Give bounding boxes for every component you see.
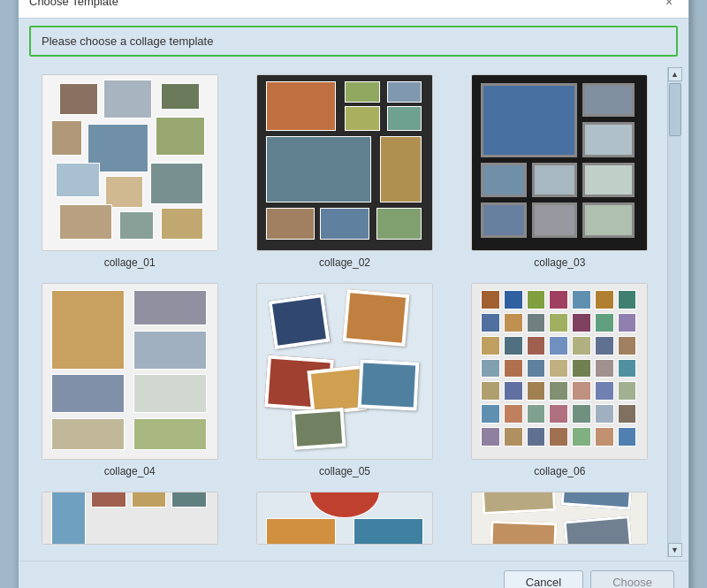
template-item[interactable]	[29, 492, 230, 550]
scrollbar-thumb[interactable]	[669, 83, 681, 136]
choose-button[interactable]: Choose	[590, 570, 674, 589]
template-grid: collage_01	[26, 67, 664, 557]
template-preview-04[interactable]	[42, 283, 218, 460]
scrollbar-up-button[interactable]: ▲	[668, 67, 682, 81]
template-preview-02[interactable]	[256, 74, 433, 251]
cancel-button[interactable]: Cancel	[504, 570, 583, 589]
template-scroll-area[interactable]: collage_01	[26, 67, 667, 557]
dialog-title: Choose Template	[29, 0, 118, 8]
template-label-03: collage_03	[534, 256, 585, 269]
template-item[interactable]: collage_05	[244, 283, 445, 477]
template-preview-01[interactable]	[42, 74, 218, 251]
collage-canvas-05	[257, 284, 432, 459]
template-item[interactable]: collage_01	[29, 74, 230, 269]
collage-canvas-01	[42, 75, 217, 250]
template-label-05: collage_05	[319, 465, 370, 477]
collage-canvas-03	[472, 75, 647, 250]
template-item[interactable]: collage_02	[244, 74, 445, 269]
template-label-06: collage_06	[534, 465, 585, 477]
content-area: collage_01	[19, 64, 688, 561]
collage-canvas-09	[472, 492, 647, 545]
template-preview-08[interactable]	[256, 492, 433, 545]
template-preview-09[interactable]	[471, 492, 648, 545]
dialog-footer: Cancel Choose	[19, 561, 688, 589]
close-button[interactable]: ×	[660, 0, 678, 11]
template-item[interactable]: collage_04	[29, 283, 230, 477]
collage-canvas-07	[42, 492, 217, 545]
template-item[interactable]: collage_03	[460, 74, 660, 269]
collage-canvas-06	[472, 284, 647, 459]
template-preview-03[interactable]	[471, 74, 648, 251]
template-item[interactable]	[244, 492, 445, 550]
template-label-02: collage_02	[319, 256, 370, 269]
collage-canvas-02	[257, 75, 432, 250]
template-preview-07[interactable]	[42, 492, 218, 545]
template-preview-06[interactable]	[471, 283, 648, 460]
scrollbar-track: ▲ ▼	[667, 67, 681, 557]
title-bar: Choose Template ×	[19, 0, 688, 19]
scrollbar-down-button[interactable]: ▼	[668, 543, 682, 557]
template-item[interactable]: collage_06	[460, 283, 660, 477]
collage-canvas-08	[257, 492, 432, 545]
choose-template-dialog: Choose Template × Please choose a collag…	[18, 0, 689, 588]
prompt-text: Please choose a collage template	[29, 26, 678, 57]
collage-canvas-04	[42, 284, 217, 459]
template-preview-05[interactable]	[256, 283, 433, 460]
template-label-01: collage_01	[104, 256, 156, 269]
template-item[interactable]	[460, 492, 660, 550]
template-label-04: collage_04	[104, 465, 156, 477]
